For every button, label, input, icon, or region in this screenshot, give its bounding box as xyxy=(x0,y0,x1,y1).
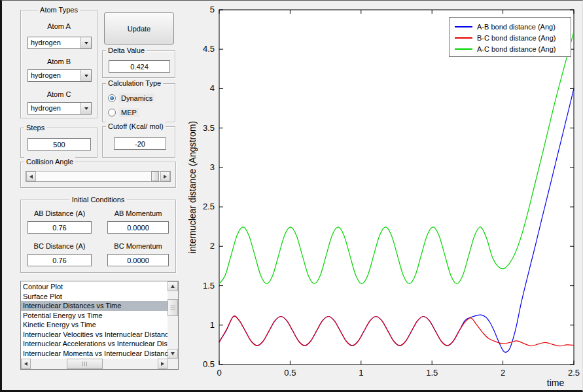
plot-type-listbox[interactable]: Contour Plot Surface Plot Internuclear D… xyxy=(20,281,179,370)
svg-text:1.5: 1.5 xyxy=(426,368,438,378)
svg-text:3.5: 3.5 xyxy=(203,123,215,133)
mep-radio[interactable]: MEP xyxy=(108,107,139,118)
delta-value-group: Delta Value xyxy=(102,50,175,78)
atom-c-label: Atom C xyxy=(21,90,97,98)
atom-b-value: hydrogen xyxy=(28,70,80,81)
horizontal-scroll-track[interactable] xyxy=(31,359,158,369)
legend-label: B-C bond distance (Ang) xyxy=(477,34,556,42)
atom-types-group: Atom Types Atom A hydrogen Atom B hydrog… xyxy=(20,10,97,118)
legend-item: A-C bond distance (Ang) xyxy=(450,43,571,54)
steps-title: Steps xyxy=(24,123,46,132)
cutoff-input[interactable] xyxy=(114,137,166,150)
slider-track[interactable] xyxy=(36,171,160,181)
list-item[interactable]: Internuclear Accelerations vs Internucle… xyxy=(21,339,168,349)
vertical-scroll-track[interactable] xyxy=(168,291,178,349)
svg-text:0: 0 xyxy=(217,368,221,378)
initial-conditions-group: Initial Conditions AB Distance (A) AB Mo… xyxy=(20,200,176,273)
legend-item: B-C bond distance (Ang) xyxy=(450,32,571,43)
bc-distance-label: BC Distance (A) xyxy=(27,242,92,250)
cutoff-title: Cutoff (Kcal/ mol) xyxy=(106,122,166,131)
horizontal-scrollbar[interactable] xyxy=(21,359,168,369)
atom-b-dropdown[interactable]: hydrogen xyxy=(27,69,92,82)
svg-text:2.5: 2.5 xyxy=(568,368,580,378)
list-item[interactable]: Surface Plot xyxy=(21,292,168,302)
svg-text:0.5: 0.5 xyxy=(203,359,215,369)
update-button[interactable]: Update xyxy=(104,12,174,45)
plot-type-list: Contour Plot Surface Plot Internuclear D… xyxy=(21,282,168,359)
initial-conditions-title: Initial Conditions xyxy=(70,195,127,204)
svg-text:1: 1 xyxy=(210,320,215,330)
list-item[interactable]: Potential Energy vs Time xyxy=(21,311,168,321)
collision-angle-group: Collision Angle xyxy=(20,162,176,188)
slider-left-arrow-icon[interactable] xyxy=(26,171,36,181)
atom-c-value: hydrogen xyxy=(28,103,80,114)
svg-text:time: time xyxy=(547,378,565,388)
list-item[interactable]: Internuclear Velocities vs Internuclear … xyxy=(21,330,168,340)
ab-distance-label: AB Distance (A) xyxy=(27,209,92,217)
legend: A-B bond distance (Ang) B-C bond distanc… xyxy=(449,17,571,57)
calculation-type-group: Calculation Type Dynamics MEP xyxy=(102,83,175,122)
svg-text:0.5: 0.5 xyxy=(284,368,296,378)
list-item[interactable]: Contour Plot xyxy=(21,282,168,292)
legend-label: A-B bond distance (Ang) xyxy=(477,23,556,31)
calculation-type-title: Calculation Type xyxy=(106,79,163,88)
svg-text:1: 1 xyxy=(359,368,363,378)
legend-line-swatch-green xyxy=(455,48,472,50)
scroll-right-icon[interactable] xyxy=(158,359,168,369)
svg-text:4.5: 4.5 xyxy=(203,44,215,54)
steps-group: Steps xyxy=(20,128,97,158)
plot-canvas: 00.511.522.50.511.522.533.544.55internuc… xyxy=(179,1,583,392)
svg-text:5: 5 xyxy=(210,5,215,14)
app-window: Atom Types Atom A hydrogen Atom B hydrog… xyxy=(0,0,583,392)
dynamics-radio-label: Dynamics xyxy=(119,94,154,103)
svg-text:4: 4 xyxy=(210,83,215,93)
legend-line-swatch-red xyxy=(455,37,472,39)
atom-c-dropdown[interactable]: hydrogen xyxy=(27,102,92,115)
slider-right-arrow-icon[interactable] xyxy=(160,171,170,181)
collision-angle-title: Collision Angle xyxy=(24,157,75,166)
steps-input[interactable] xyxy=(27,138,91,151)
bc-distance-input[interactable] xyxy=(27,254,92,266)
legend-line-swatch-blue xyxy=(455,26,472,27)
atom-a-value: hydrogen xyxy=(28,37,80,48)
dropdown-arrow-icon[interactable] xyxy=(80,103,91,114)
delta-value-title: Delta Value xyxy=(106,46,147,55)
svg-text:2: 2 xyxy=(501,368,505,378)
collision-angle-slider[interactable] xyxy=(26,171,171,182)
atom-a-dropdown[interactable]: hydrogen xyxy=(27,37,92,49)
dropdown-arrow-icon[interactable] xyxy=(80,70,91,81)
cutoff-group: Cutoff (Kcal/ mol) xyxy=(102,126,175,158)
legend-item: A-B bond distance (Ang) xyxy=(450,21,571,32)
dynamics-radio[interactable]: Dynamics xyxy=(108,93,154,103)
atom-a-label: Atom A xyxy=(21,22,97,30)
svg-text:1.5: 1.5 xyxy=(203,281,215,291)
ab-distance-input[interactable] xyxy=(27,221,92,234)
list-item[interactable]: Kinetic Energy vs Time xyxy=(21,320,168,330)
vertical-scroll-thumb[interactable] xyxy=(168,299,178,316)
scrollbar-corner xyxy=(168,359,178,369)
legend-label: A-C bond distance (Ang) xyxy=(477,45,556,53)
svg-text:2.5: 2.5 xyxy=(203,202,215,211)
ab-momentum-input[interactable] xyxy=(107,221,169,234)
delta-value-input[interactable] xyxy=(109,60,170,73)
svg-text:3: 3 xyxy=(210,162,215,172)
vertical-scrollbar[interactable] xyxy=(168,281,178,359)
radio-button-icon[interactable] xyxy=(108,94,116,102)
svg-text:2: 2 xyxy=(210,241,215,251)
scroll-down-icon[interactable] xyxy=(168,349,178,359)
bc-momentum-label: BC Momentum xyxy=(107,242,169,250)
svg-text:internuclear distance (Angstro: internuclear distance (Angstrom) xyxy=(187,121,198,253)
horizontal-scroll-thumb[interactable] xyxy=(67,359,103,369)
ab-momentum-label: AB Momentum xyxy=(107,209,169,217)
list-item[interactable]: Internuclear Momenta vs Internuclear Dis… xyxy=(21,349,168,359)
scroll-left-icon[interactable] xyxy=(21,359,31,369)
atom-types-title: Atom Types xyxy=(38,5,80,14)
bc-momentum-input[interactable] xyxy=(107,254,169,266)
dropdown-arrow-icon[interactable] xyxy=(80,37,91,48)
atom-b-label: Atom B xyxy=(21,58,97,65)
slider-thumb[interactable] xyxy=(151,171,159,181)
list-item[interactable]: Internuclear Distances vs Time xyxy=(21,301,168,311)
mep-radio-label: MEP xyxy=(119,108,139,117)
scroll-up-icon[interactable] xyxy=(168,281,178,291)
radio-button-icon[interactable] xyxy=(108,109,116,116)
